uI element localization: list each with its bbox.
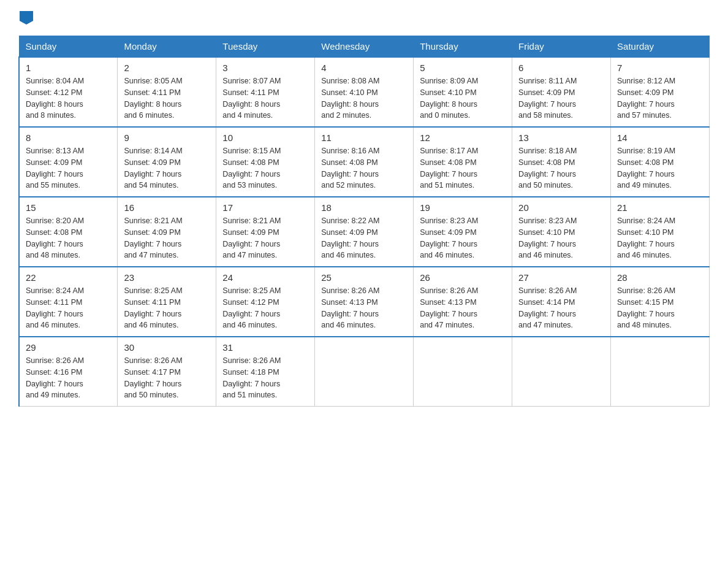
logo-icon <box>20 11 33 25</box>
calendar-cell: 14 Sunrise: 8:19 AMSunset: 4:08 PMDaylig… <box>611 127 710 197</box>
calendar-cell: 12 Sunrise: 8:17 AMSunset: 4:08 PMDaylig… <box>414 127 512 197</box>
day-info: Sunrise: 8:08 AMSunset: 4:10 PMDaylight:… <box>321 75 407 121</box>
logo <box>18 12 33 25</box>
calendar-cell: 1 Sunrise: 8:04 AMSunset: 4:12 PMDayligh… <box>19 57 118 127</box>
day-number: 22 <box>26 272 111 283</box>
day-info: Sunrise: 8:24 AMSunset: 4:11 PMDaylight:… <box>26 285 111 331</box>
day-info: Sunrise: 8:26 AMSunset: 4:13 PMDaylight:… <box>321 285 407 331</box>
calendar-cell <box>315 337 414 407</box>
calendar-cell: 3 Sunrise: 8:07 AMSunset: 4:11 PMDayligh… <box>216 57 315 127</box>
day-info: Sunrise: 8:14 AMSunset: 4:09 PMDaylight:… <box>124 145 210 191</box>
calendar-cell: 13 Sunrise: 8:18 AMSunset: 4:08 PMDaylig… <box>512 127 611 197</box>
day-number: 2 <box>124 63 210 73</box>
day-number: 19 <box>420 202 506 213</box>
day-info: Sunrise: 8:26 AMSunset: 4:16 PMDaylight:… <box>26 355 111 401</box>
calendar-header-row: SundayMondayTuesdayWednesdayThursdayFrid… <box>19 36 710 58</box>
calendar-cell: 15 Sunrise: 8:20 AMSunset: 4:08 PMDaylig… <box>19 197 118 267</box>
day-number: 7 <box>617 63 703 73</box>
calendar-cell: 23 Sunrise: 8:25 AMSunset: 4:11 PMDaylig… <box>118 267 216 337</box>
day-number: 9 <box>124 132 210 143</box>
col-header-friday: Friday <box>512 36 611 58</box>
calendar-cell: 29 Sunrise: 8:26 AMSunset: 4:16 PMDaylig… <box>19 337 118 407</box>
day-info: Sunrise: 8:12 AMSunset: 4:09 PMDaylight:… <box>617 75 703 121</box>
day-info: Sunrise: 8:25 AMSunset: 4:12 PMDaylight:… <box>222 285 308 331</box>
calendar-cell: 8 Sunrise: 8:13 AMSunset: 4:09 PMDayligh… <box>19 127 118 197</box>
day-number: 28 <box>617 272 703 283</box>
day-info: Sunrise: 8:07 AMSunset: 4:11 PMDaylight:… <box>222 75 308 121</box>
day-info: Sunrise: 8:05 AMSunset: 4:11 PMDaylight:… <box>124 75 210 121</box>
calendar-week-row: 22 Sunrise: 8:24 AMSunset: 4:11 PMDaylig… <box>19 267 710 337</box>
calendar-cell: 21 Sunrise: 8:24 AMSunset: 4:10 PMDaylig… <box>611 197 710 267</box>
calendar-cell: 27 Sunrise: 8:26 AMSunset: 4:14 PMDaylig… <box>512 267 611 337</box>
day-number: 16 <box>124 202 210 213</box>
day-info: Sunrise: 8:26 AMSunset: 4:15 PMDaylight:… <box>617 285 703 331</box>
calendar-cell: 4 Sunrise: 8:08 AMSunset: 4:10 PMDayligh… <box>315 57 414 127</box>
day-number: 27 <box>518 272 604 283</box>
calendar-cell: 18 Sunrise: 8:22 AMSunset: 4:09 PMDaylig… <box>315 197 414 267</box>
calendar-cell: 24 Sunrise: 8:25 AMSunset: 4:12 PMDaylig… <box>216 267 315 337</box>
day-number: 3 <box>222 63 308 73</box>
day-number: 12 <box>420 132 506 143</box>
day-info: Sunrise: 8:15 AMSunset: 4:08 PMDaylight:… <box>222 145 308 191</box>
page-header <box>18 12 710 25</box>
day-info: Sunrise: 8:21 AMSunset: 4:09 PMDaylight:… <box>222 215 308 261</box>
day-number: 30 <box>124 342 210 353</box>
day-info: Sunrise: 8:18 AMSunset: 4:08 PMDaylight:… <box>518 145 604 191</box>
calendar-cell: 2 Sunrise: 8:05 AMSunset: 4:11 PMDayligh… <box>118 57 216 127</box>
day-info: Sunrise: 8:25 AMSunset: 4:11 PMDaylight:… <box>124 285 210 331</box>
day-number: 13 <box>518 132 604 143</box>
calendar-cell: 26 Sunrise: 8:26 AMSunset: 4:13 PMDaylig… <box>414 267 512 337</box>
day-number: 15 <box>26 202 111 213</box>
day-number: 17 <box>222 202 308 213</box>
day-number: 21 <box>617 202 703 213</box>
day-info: Sunrise: 8:17 AMSunset: 4:08 PMDaylight:… <box>420 145 506 191</box>
col-header-thursday: Thursday <box>414 36 512 58</box>
day-number: 23 <box>124 272 210 283</box>
day-info: Sunrise: 8:20 AMSunset: 4:08 PMDaylight:… <box>26 215 111 261</box>
calendar-cell: 30 Sunrise: 8:26 AMSunset: 4:17 PMDaylig… <box>118 337 216 407</box>
day-number: 8 <box>26 132 111 143</box>
day-number: 6 <box>518 63 604 73</box>
calendar-cell: 19 Sunrise: 8:23 AMSunset: 4:09 PMDaylig… <box>414 197 512 267</box>
day-info: Sunrise: 8:22 AMSunset: 4:09 PMDaylight:… <box>321 215 407 261</box>
day-number: 4 <box>321 63 407 73</box>
day-info: Sunrise: 8:24 AMSunset: 4:10 PMDaylight:… <box>617 215 703 261</box>
col-header-monday: Monday <box>118 36 216 58</box>
day-info: Sunrise: 8:26 AMSunset: 4:17 PMDaylight:… <box>124 355 210 401</box>
day-info: Sunrise: 8:23 AMSunset: 4:10 PMDaylight:… <box>518 215 604 261</box>
calendar-cell: 7 Sunrise: 8:12 AMSunset: 4:09 PMDayligh… <box>611 57 710 127</box>
calendar-week-row: 29 Sunrise: 8:26 AMSunset: 4:16 PMDaylig… <box>19 337 710 407</box>
day-info: Sunrise: 8:26 AMSunset: 4:14 PMDaylight:… <box>518 285 604 331</box>
day-info: Sunrise: 8:11 AMSunset: 4:09 PMDaylight:… <box>518 75 604 121</box>
calendar-cell: 25 Sunrise: 8:26 AMSunset: 4:13 PMDaylig… <box>315 267 414 337</box>
calendar-cell <box>414 337 512 407</box>
calendar-table: SundayMondayTuesdayWednesdayThursdayFrid… <box>18 36 710 407</box>
calendar-week-row: 8 Sunrise: 8:13 AMSunset: 4:09 PMDayligh… <box>19 127 710 197</box>
day-info: Sunrise: 8:26 AMSunset: 4:18 PMDaylight:… <box>222 355 308 401</box>
calendar-cell: 28 Sunrise: 8:26 AMSunset: 4:15 PMDaylig… <box>611 267 710 337</box>
day-number: 18 <box>321 202 407 213</box>
day-number: 20 <box>518 202 604 213</box>
col-header-sunday: Sunday <box>19 36 118 58</box>
day-info: Sunrise: 8:09 AMSunset: 4:10 PMDaylight:… <box>420 75 506 121</box>
calendar-cell: 16 Sunrise: 8:21 AMSunset: 4:09 PMDaylig… <box>118 197 216 267</box>
col-header-saturday: Saturday <box>611 36 710 58</box>
calendar-cell: 5 Sunrise: 8:09 AMSunset: 4:10 PMDayligh… <box>414 57 512 127</box>
calendar-cell <box>512 337 611 407</box>
calendar-cell: 22 Sunrise: 8:24 AMSunset: 4:11 PMDaylig… <box>19 267 118 337</box>
col-header-wednesday: Wednesday <box>315 36 414 58</box>
calendar-cell: 10 Sunrise: 8:15 AMSunset: 4:08 PMDaylig… <box>216 127 315 197</box>
calendar-cell: 31 Sunrise: 8:26 AMSunset: 4:18 PMDaylig… <box>216 337 315 407</box>
svg-marker-0 <box>20 11 33 25</box>
col-header-tuesday: Tuesday <box>216 36 315 58</box>
day-number: 1 <box>26 63 111 73</box>
day-number: 10 <box>222 132 308 143</box>
calendar-cell: 17 Sunrise: 8:21 AMSunset: 4:09 PMDaylig… <box>216 197 315 267</box>
day-number: 5 <box>420 63 506 73</box>
day-info: Sunrise: 8:19 AMSunset: 4:08 PMDaylight:… <box>617 145 703 191</box>
day-number: 24 <box>222 272 308 283</box>
day-info: Sunrise: 8:21 AMSunset: 4:09 PMDaylight:… <box>124 215 210 261</box>
calendar-cell <box>611 337 710 407</box>
day-number: 25 <box>321 272 407 283</box>
calendar-cell: 6 Sunrise: 8:11 AMSunset: 4:09 PMDayligh… <box>512 57 611 127</box>
